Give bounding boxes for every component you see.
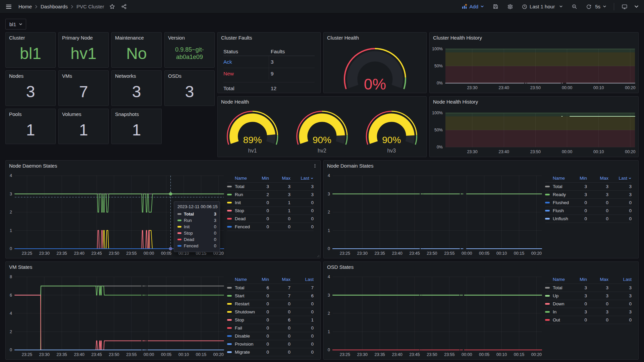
legend-series-total[interactable]: Total xyxy=(545,285,575,290)
tv-mode-button[interactable] xyxy=(622,4,628,10)
legend-column-name[interactable]: Name xyxy=(227,277,257,282)
panel-title-cluster[interactable]: Cluster xyxy=(9,35,25,41)
legend-series-flush[interactable]: Flush xyxy=(545,208,575,213)
legend-series-up[interactable]: Up xyxy=(545,293,575,298)
panel-version: Version0.9.85~git-ab0a1e09 xyxy=(164,32,215,68)
legend-series-stop[interactable]: Stop xyxy=(227,208,257,213)
legend-column-min[interactable]: Min xyxy=(257,277,269,282)
legend-column-min[interactable]: Min xyxy=(575,277,587,282)
legend-column-max[interactable]: Max xyxy=(587,277,608,282)
save-dashboard-button[interactable] xyxy=(493,4,498,9)
fault-status[interactable]: Ack xyxy=(223,59,271,65)
panel-title-volumes[interactable]: Volumes xyxy=(62,111,82,117)
legend-column-max[interactable]: Max xyxy=(269,277,290,282)
legend-series-unflush[interactable]: Unflush xyxy=(545,216,575,221)
legend-series-run[interactable]: Run xyxy=(227,192,257,197)
legend-series-down[interactable]: Down xyxy=(545,301,575,306)
x-axis-tick-label: 23:55 xyxy=(444,352,454,357)
legend-series-disable[interactable]: Disable xyxy=(227,334,257,339)
refresh-interval-picker[interactable]: 5s xyxy=(595,4,606,9)
legend-series-ready[interactable]: Ready xyxy=(545,192,575,197)
time-range-picker[interactable]: Last 1 hour xyxy=(522,4,563,9)
panel-title-cluster-faults[interactable]: Cluster Faults xyxy=(221,35,252,41)
legend-value-min: 3 xyxy=(575,192,587,197)
legend-value-last: 3 xyxy=(608,184,632,189)
fault-status[interactable]: New xyxy=(223,71,271,77)
legend-series-migrate[interactable]: Migrate xyxy=(227,350,257,355)
panel-title-pools[interactable]: Pools xyxy=(9,111,22,117)
legend-value-min: 3 xyxy=(575,184,587,189)
legend-value-max: 0 xyxy=(269,309,290,314)
breadcrumb-separator-icon xyxy=(35,5,38,9)
x-axis-tick-label: 00:15 xyxy=(514,352,524,357)
legend-column-last[interactable]: Last xyxy=(608,176,632,181)
legend-series-fail[interactable]: Fail xyxy=(227,325,257,330)
legend-value-min: 0 xyxy=(257,317,269,322)
menu-toggle-button[interactable] xyxy=(5,3,12,10)
refresh-button[interactable] xyxy=(586,4,592,9)
legend-column-name[interactable]: Name xyxy=(545,176,575,181)
legend-value-min: 0 xyxy=(257,342,269,347)
panel-title-networks[interactable]: Networks xyxy=(115,73,136,79)
y-axis-tick-label: 3 xyxy=(10,192,12,196)
legend-column-min[interactable]: Min xyxy=(575,176,587,181)
legend-series-total[interactable]: Total xyxy=(545,184,575,189)
tooltip-swatch xyxy=(177,226,181,228)
legend-series-fenced[interactable]: Fenced xyxy=(227,224,257,229)
tooltip-series-value: 0 xyxy=(214,231,216,236)
legend-series-provision[interactable]: Provision xyxy=(227,342,257,347)
x-axis-tick-label: 00:00 xyxy=(462,251,472,256)
legend-column-last[interactable]: Last xyxy=(290,277,314,282)
chart-cluster-health-history[interactable]: 0%50%100%23:3023:4023:5000:0000:1000:20 xyxy=(430,33,638,93)
gauge-threshold-arc xyxy=(415,135,417,144)
legend-column-last[interactable]: Last xyxy=(608,277,632,282)
legend-series-total[interactable]: Total xyxy=(227,184,257,189)
legend-series-stop[interactable]: Stop xyxy=(227,317,257,322)
zoom-out-button[interactable] xyxy=(572,4,577,9)
breadcrumb-home[interactable]: Home xyxy=(18,4,32,9)
panel-title-version[interactable]: Version xyxy=(168,35,185,41)
legend-series-out[interactable]: Out xyxy=(545,317,575,322)
panel-title-primary-node[interactable]: Primary Node xyxy=(62,35,93,41)
legend-column-max[interactable]: Max xyxy=(587,176,608,181)
legend-series-shutdown[interactable]: Shutdown xyxy=(227,309,257,314)
panel-title-snapshots[interactable]: Snapshots xyxy=(115,111,139,117)
legend-column-max[interactable]: Max xyxy=(269,176,290,181)
gauge-threshold-arc xyxy=(404,78,406,89)
legend-series-flushed[interactable]: Flushed xyxy=(545,200,575,205)
series-line-total xyxy=(15,286,141,295)
tooltip-series-label: Fenced xyxy=(184,243,214,248)
breadcrumb-dashboards[interactable]: Dashboards xyxy=(41,4,68,9)
legend-row-out: Out000 xyxy=(545,316,632,324)
collapse-controls-button[interactable] xyxy=(634,4,639,9)
panel-title-osds[interactable]: OSDs xyxy=(168,73,181,79)
legend-column-last[interactable]: Last xyxy=(290,176,314,181)
panel-networks: Networks3 xyxy=(111,70,162,106)
variable-picker[interactable]: bl1 xyxy=(5,19,26,29)
favorite-dashboard-button[interactable] xyxy=(109,4,115,9)
x-axis-tick-label: 23:25 xyxy=(340,352,350,357)
legend-series-total[interactable]: Total xyxy=(227,285,257,290)
faults-col-faults-header[interactable]: Faults xyxy=(271,49,285,55)
legend-value-last: 0 xyxy=(290,208,314,213)
panel-title-nodes[interactable]: Nodes xyxy=(9,73,23,79)
legend-column-name[interactable]: Name xyxy=(545,277,575,282)
add-button[interactable]: Add xyxy=(462,4,484,9)
panel-title-vms[interactable]: VMs xyxy=(62,73,72,79)
legend-series-start[interactable]: Start xyxy=(227,293,257,298)
share-dashboard-button[interactable] xyxy=(121,4,127,9)
legend-column-name[interactable]: Name xyxy=(227,176,257,181)
chart-node-health-history[interactable]: 0%50%100%23:3023:4023:5000:0000:1000:20 xyxy=(430,97,638,157)
legend-series-restart[interactable]: Restart xyxy=(227,301,257,306)
legend-series-in[interactable]: In xyxy=(545,309,575,314)
legend-series-init[interactable]: Init xyxy=(227,200,257,205)
legend-swatch xyxy=(227,186,232,187)
legend-value-min: 0 xyxy=(257,334,269,339)
legend-series-dead[interactable]: Dead xyxy=(227,216,257,221)
panel-title-maintenance[interactable]: Maintenance xyxy=(115,35,144,41)
legend-column-min[interactable]: Min xyxy=(257,176,269,181)
faults-col-status-header[interactable]: Status xyxy=(223,49,271,55)
legend-value-last: 6 xyxy=(290,293,314,298)
legend-row-provision: Provision000 xyxy=(227,340,314,348)
dashboard-settings-button[interactable] xyxy=(507,4,513,10)
